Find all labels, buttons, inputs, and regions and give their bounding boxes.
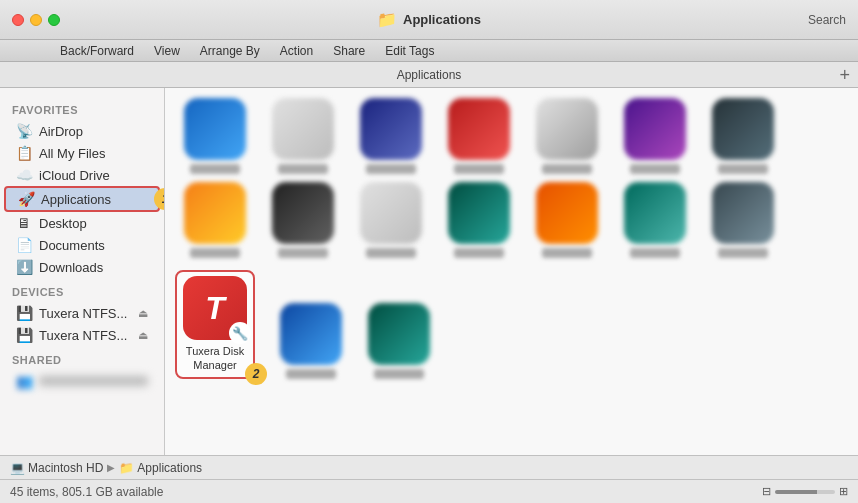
app-item[interactable] — [359, 303, 439, 379]
path-item-hd[interactable]: 💻 Macintosh HD — [10, 461, 103, 475]
eject-button-2[interactable]: ⏏ — [138, 329, 148, 342]
sidebar-item-label: AirDrop — [39, 124, 148, 139]
app-icon — [280, 303, 342, 365]
app-item[interactable] — [439, 98, 519, 174]
eject-button-1[interactable]: ⏏ — [138, 307, 148, 320]
app-icon — [360, 98, 422, 160]
sidebar-item-desktop[interactable]: 🖥 Desktop — [4, 212, 160, 234]
traffic-lights — [12, 14, 60, 26]
app-item[interactable] — [439, 182, 519, 258]
location-label: Applications — [397, 68, 462, 82]
drive-icon: 💾 — [16, 305, 32, 321]
menu-edit-tags[interactable]: Edit Tags — [385, 44, 434, 58]
app-label — [278, 248, 328, 258]
sidebar-item-label: All My Files — [39, 146, 148, 161]
app-item[interactable] — [703, 98, 783, 174]
app-item[interactable] — [527, 98, 607, 174]
app-label — [190, 164, 240, 174]
app-label — [630, 248, 680, 258]
downloads-icon: ⬇️ — [16, 259, 32, 275]
app-item[interactable] — [615, 182, 695, 258]
drive-icon-2: 💾 — [16, 327, 32, 343]
desktop-icon: 🖥 — [16, 215, 32, 231]
folder-path-icon: 📁 — [119, 461, 134, 475]
app-item[interactable] — [175, 98, 255, 174]
app-icon — [712, 182, 774, 244]
airdrop-icon: 📡 — [16, 123, 32, 139]
minimize-button[interactable] — [30, 14, 42, 26]
window-title-area: 📁 Applications — [377, 10, 481, 29]
app-item[interactable] — [527, 182, 607, 258]
sidebar-item-all-my-files[interactable]: 📋 All My Files — [4, 142, 160, 164]
app-item[interactable] — [271, 303, 351, 379]
app-label — [718, 164, 768, 174]
app-item[interactable] — [263, 98, 343, 174]
status-bar: 45 items, 805.1 GB available ⊟ ⊞ — [0, 479, 858, 503]
tuxera-label: Tuxera Disk Manager — [181, 344, 249, 373]
sidebar-item-icloud-drive[interactable]: ☁️ iCloud Drive — [4, 164, 160, 186]
sidebar-device-label-2: Tuxera NTFS... — [39, 328, 131, 343]
sidebar-item-shared[interactable]: 👥 — [4, 370, 160, 392]
zoom-in-icon[interactable]: ⊞ — [839, 485, 848, 498]
app-item[interactable] — [615, 98, 695, 174]
app-label — [542, 164, 592, 174]
app-item[interactable] — [351, 182, 431, 258]
app-label — [278, 164, 328, 174]
sidebar-item-label: Desktop — [39, 216, 148, 231]
app-label — [630, 164, 680, 174]
sidebar: FAVORITES 📡 AirDrop 📋 All My Files ☁️ iC… — [0, 88, 165, 455]
app-icon — [272, 98, 334, 160]
menu-bar: Back/Forward View Arrange By Action Shar… — [0, 40, 858, 62]
step-2-badge: 2 — [245, 363, 267, 385]
app-item[interactable] — [703, 182, 783, 258]
app-label — [366, 164, 416, 174]
zoom-out-icon[interactable]: ⊟ — [762, 485, 771, 498]
menu-action[interactable]: Action — [280, 44, 313, 58]
sidebar-item-airdrop[interactable]: 📡 AirDrop — [4, 120, 160, 142]
app-label — [542, 248, 592, 258]
app-row-1 — [175, 98, 848, 174]
app-icon — [536, 182, 598, 244]
path-applications-label: Applications — [137, 461, 202, 475]
app-item-tuxera[interactable]: T 🔧 Tuxera Disk Manager 2 — [175, 270, 255, 379]
sidebar-item-downloads[interactable]: ⬇️ Downloads — [4, 256, 160, 278]
app-icon — [184, 182, 246, 244]
app-item[interactable] — [175, 182, 255, 258]
tuxera-badge: 🔧 — [229, 322, 251, 344]
sidebar-item-tuxera1[interactable]: 💾 Tuxera NTFS... ⏏ — [4, 302, 160, 324]
shared-icon: 👥 — [16, 373, 32, 389]
menu-arrange-by[interactable]: Arrange By — [200, 44, 260, 58]
tuxera-letter: T — [205, 290, 225, 327]
close-button[interactable] — [12, 14, 24, 26]
app-icon — [624, 98, 686, 160]
sidebar-item-applications[interactable]: 🚀 Applications 1 — [4, 186, 160, 212]
zoom-slider[interactable] — [775, 490, 835, 494]
app-icon — [448, 182, 510, 244]
app-label — [454, 248, 504, 258]
fullscreen-button[interactable] — [48, 14, 60, 26]
sidebar-shared-label — [39, 376, 148, 386]
shared-header: SHARED — [0, 346, 164, 370]
menu-share[interactable]: Share — [333, 44, 365, 58]
folder-icon: 📁 — [377, 10, 397, 29]
add-tab-button[interactable]: + — [839, 66, 850, 84]
app-icon — [712, 98, 774, 160]
app-icon — [448, 98, 510, 160]
sidebar-item-tuxera2[interactable]: 💾 Tuxera NTFS... ⏏ — [4, 324, 160, 346]
sidebar-item-documents[interactable]: 📄 Documents — [4, 234, 160, 256]
app-icon — [184, 98, 246, 160]
status-text: 45 items, 805.1 GB available — [10, 485, 163, 499]
app-label — [718, 248, 768, 258]
menu-back-forward[interactable]: Back/Forward — [60, 44, 134, 58]
devices-header: DEVICES — [0, 278, 164, 302]
applications-icon: 🚀 — [18, 191, 34, 207]
path-hd-label: Macintosh HD — [28, 461, 103, 475]
search-button[interactable]: Search — [808, 13, 846, 27]
menu-view[interactable]: View — [154, 44, 180, 58]
app-icon — [272, 182, 334, 244]
app-label — [190, 248, 240, 258]
app-item[interactable] — [263, 182, 343, 258]
app-item[interactable] — [351, 98, 431, 174]
app-icon — [536, 98, 598, 160]
path-item-applications[interactable]: 📁 Applications — [119, 461, 202, 475]
